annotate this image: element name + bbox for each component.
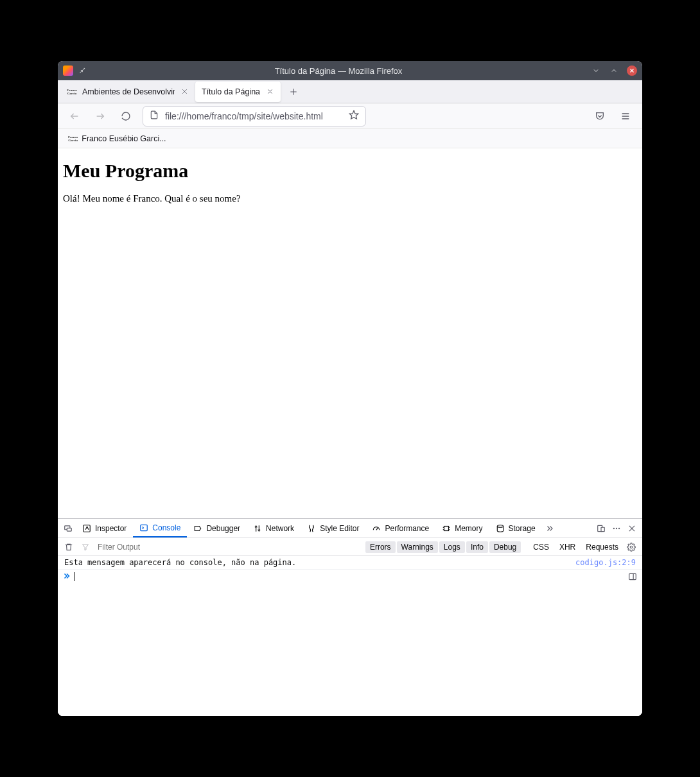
filter-output-input[interactable] bbox=[95, 541, 301, 554]
window-titlebar: Título da Página — Mozilla Firefox bbox=[58, 61, 642, 80]
filter-errors[interactable]: Errors bbox=[365, 541, 396, 553]
svg-point-28 bbox=[616, 527, 617, 528]
page-heading: Meu Programa bbox=[63, 160, 637, 182]
forward-button[interactable] bbox=[91, 107, 109, 125]
filter-funnel-icon bbox=[78, 540, 92, 554]
svg-marker-32 bbox=[83, 545, 89, 550]
page-content: Meu Programa Olá! Meu nome é Franco. Qua… bbox=[58, 148, 642, 518]
firefox-window: Título da Página — Mozilla Firefox Franc… bbox=[58, 61, 642, 716]
svg-rect-34 bbox=[629, 573, 636, 579]
filter-logs[interactable]: Logs bbox=[439, 541, 465, 553]
filter-css[interactable]: CSS bbox=[529, 541, 554, 553]
tab-label: Título da Página bbox=[202, 87, 260, 96]
devtools-tab-network[interactable]: Network bbox=[247, 519, 301, 537]
console-prompt-icon bbox=[63, 572, 71, 582]
bookmark-item[interactable]: FrancoGarcia Franco Eusébio Garci... bbox=[64, 132, 170, 145]
window-close-button[interactable] bbox=[627, 65, 637, 76]
iframe-picker-icon[interactable] bbox=[60, 521, 76, 536]
tab-strip: FrancoGarcia Ambientes de Desenvolvimen … bbox=[58, 80, 642, 103]
devtools-tab-memory[interactable]: Memory bbox=[435, 519, 489, 537]
svg-point-24 bbox=[497, 525, 503, 527]
firefox-icon bbox=[63, 65, 73, 76]
svg-marker-10 bbox=[349, 110, 358, 119]
new-tab-button[interactable] bbox=[283, 82, 304, 102]
devtools-tab-storage[interactable]: Storage bbox=[489, 519, 542, 537]
devtools-tab-debugger[interactable]: Debugger bbox=[187, 519, 247, 537]
reload-button[interactable] bbox=[117, 107, 135, 125]
tab-close-icon[interactable] bbox=[265, 87, 274, 96]
page-file-icon bbox=[150, 110, 159, 121]
pocket-button[interactable] bbox=[591, 107, 609, 125]
bookmark-star-icon[interactable] bbox=[349, 110, 359, 122]
browser-tab-active[interactable]: Título da Página bbox=[195, 82, 281, 102]
url-bar[interactable]: file:///home/franco/tmp/site/website.htm… bbox=[143, 106, 366, 127]
page-paragraph: Olá! Meu nome é Franco. Qual é o seu nom… bbox=[63, 193, 637, 204]
console-log-source[interactable]: codigo.js:2:9 bbox=[575, 558, 636, 567]
devtools-tab-styleeditor[interactable]: Style Editor bbox=[301, 519, 365, 537]
devtools-panel: Inspector Console Debugger Network Style… bbox=[58, 518, 642, 716]
devtools-tabs-overflow-icon[interactable] bbox=[542, 521, 557, 536]
svg-line-18 bbox=[376, 527, 378, 530]
url-text: file:///home/franco/tmp/site/website.htm… bbox=[165, 111, 342, 121]
tab-label: Ambientes de Desenvolvimen bbox=[82, 87, 175, 96]
devtools-tab-inspector[interactable]: Inspector bbox=[76, 519, 133, 537]
devtools-menu-icon[interactable] bbox=[609, 521, 624, 536]
window-maximize-button[interactable] bbox=[609, 65, 619, 76]
tab-close-icon[interactable] bbox=[180, 87, 189, 96]
svg-rect-16 bbox=[83, 525, 91, 532]
console-caret bbox=[74, 572, 75, 581]
svg-point-33 bbox=[630, 546, 633, 548]
window-minimize-button[interactable] bbox=[591, 65, 601, 76]
devtools-tab-performance[interactable]: Performance bbox=[365, 519, 435, 537]
back-button[interactable] bbox=[66, 107, 83, 125]
svg-rect-15 bbox=[67, 528, 71, 531]
console-empty-area[interactable] bbox=[58, 586, 642, 716]
console-log-message: Esta mensagem aparecerá no console, não … bbox=[64, 558, 575, 567]
filter-warnings[interactable]: Warnings bbox=[397, 541, 438, 553]
svg-rect-26 bbox=[601, 527, 604, 531]
filter-info[interactable]: Info bbox=[466, 541, 488, 553]
clear-console-icon[interactable] bbox=[62, 540, 76, 554]
navigation-toolbar: file:///home/franco/tmp/site/website.htm… bbox=[58, 103, 642, 129]
console-log-row: Esta mensagem aparecerá no console, não … bbox=[58, 556, 642, 570]
pin-icon[interactable] bbox=[78, 66, 86, 75]
svg-point-29 bbox=[618, 527, 620, 528]
app-menu-button[interactable] bbox=[617, 107, 634, 125]
console-input-row[interactable] bbox=[58, 570, 642, 586]
browser-tab[interactable]: FrancoGarcia Ambientes de Desenvolvimen bbox=[60, 82, 195, 102]
filter-debug[interactable]: Debug bbox=[489, 541, 521, 553]
svg-rect-19 bbox=[444, 526, 449, 530]
filter-xhr[interactable]: XHR bbox=[555, 541, 580, 553]
filter-requests[interactable]: Requests bbox=[581, 541, 623, 553]
responsive-design-icon[interactable] bbox=[593, 521, 609, 536]
svg-point-27 bbox=[613, 527, 615, 528]
window-title: Título da Página — Mozilla Firefox bbox=[86, 66, 591, 76]
devtools-close-icon[interactable] bbox=[624, 521, 640, 536]
devtools-tab-console[interactable]: Console bbox=[133, 519, 187, 537]
devtools-tabstrip: Inspector Console Debugger Network Style… bbox=[58, 519, 642, 538]
site-favicon: FrancoGarcia bbox=[67, 87, 77, 97]
console-toolbar: Errors Warnings Logs Info Debug CSS XHR … bbox=[58, 538, 642, 556]
bookmark-label: Franco Eusébio Garci... bbox=[82, 134, 166, 143]
site-favicon: FrancoGarcia bbox=[68, 135, 78, 142]
bookmarks-toolbar: FrancoGarcia Franco Eusébio Garci... bbox=[58, 129, 642, 148]
split-console-icon[interactable] bbox=[628, 572, 637, 583]
console-settings-icon[interactable] bbox=[624, 540, 638, 554]
